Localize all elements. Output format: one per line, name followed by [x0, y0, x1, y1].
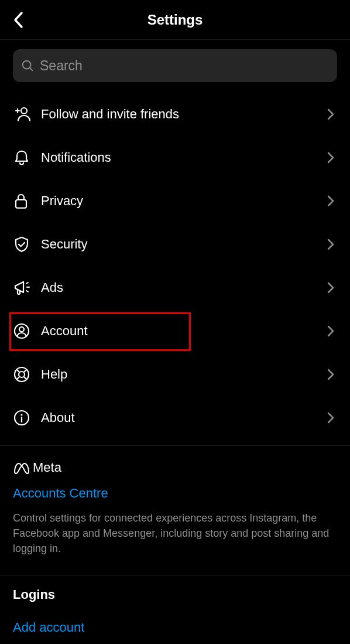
chevron-right-icon — [324, 152, 337, 163]
meta-logo-icon — [13, 461, 30, 474]
settings-item-notifications[interactable]: Notifications — [13, 136, 337, 179]
settings-item-security[interactable]: Security — [13, 223, 337, 266]
chevron-right-icon — [324, 195, 337, 207]
svg-point-1 — [21, 108, 27, 114]
search-icon — [21, 59, 34, 72]
back-button[interactable] — [7, 8, 30, 32]
chevron-left-icon — [13, 11, 25, 29]
settings-item-about[interactable]: About — [13, 396, 337, 439]
help-icon — [13, 366, 41, 383]
account-icon — [13, 322, 41, 340]
meta-brand: Meta — [13, 460, 337, 475]
search-container — [0, 40, 350, 93]
chevron-right-icon — [324, 369, 337, 380]
meta-section: Meta Accounts Centre Control settings fo… — [0, 446, 350, 569]
header: Settings — [0, 0, 350, 40]
svg-point-4 — [19, 327, 24, 332]
chevron-right-icon — [324, 108, 337, 120]
chevron-right-icon — [324, 238, 337, 250]
settings-item-label: Ads — [41, 280, 324, 295]
settings-item-label: Security — [41, 237, 324, 252]
svg-point-0 — [23, 61, 31, 69]
person-plus-icon — [13, 105, 41, 124]
page-title: Settings — [147, 12, 203, 28]
meta-brand-text: Meta — [33, 460, 61, 475]
settings-item-account[interactable]: Account — [13, 309, 337, 353]
settings-list: Follow and invite friends Notifications … — [0, 93, 350, 439]
settings-item-privacy[interactable]: Privacy — [13, 179, 337, 223]
settings-item-follow[interactable]: Follow and invite friends — [13, 93, 337, 136]
add-account-link[interactable]: Add account — [13, 620, 337, 635]
settings-item-label: Help — [41, 367, 324, 382]
chevron-right-icon — [324, 325, 337, 337]
settings-item-ads[interactable]: Ads — [13, 266, 337, 309]
settings-item-label: Privacy — [41, 193, 324, 209]
svg-rect-2 — [16, 200, 26, 208]
svg-point-8 — [20, 414, 22, 415]
settings-item-label: About — [41, 410, 324, 425]
megaphone-icon — [13, 279, 41, 297]
logins-title: Logins — [13, 587, 337, 602]
search-input[interactable] — [40, 58, 329, 74]
shield-icon — [13, 236, 41, 253]
chevron-right-icon — [324, 282, 337, 294]
settings-item-label: Notifications — [41, 150, 324, 165]
meta-description: Control settings for connected experienc… — [13, 510, 337, 556]
settings-item-help[interactable]: Help — [13, 353, 337, 396]
search-box[interactable] — [13, 49, 337, 82]
settings-item-label: Account — [41, 323, 324, 339]
accounts-centre-link[interactable]: Accounts Centre — [13, 486, 337, 501]
bell-icon — [13, 149, 41, 166]
lock-icon — [13, 192, 41, 210]
chevron-right-icon — [324, 412, 337, 424]
logins-section: Logins Add account — [0, 575, 350, 644]
info-icon — [13, 409, 41, 427]
settings-item-label: Follow and invite friends — [41, 107, 324, 122]
